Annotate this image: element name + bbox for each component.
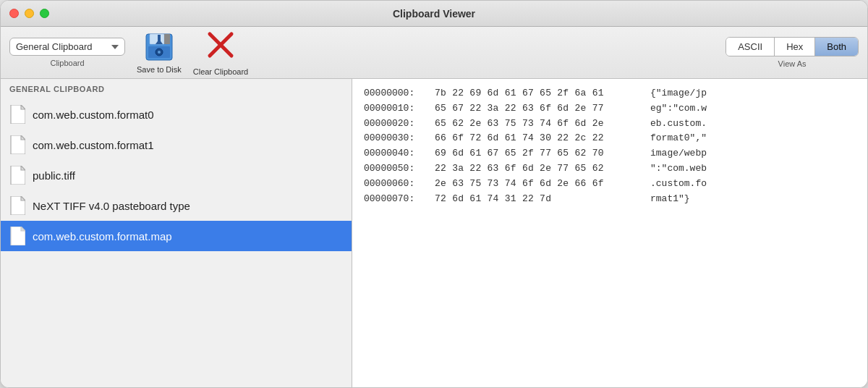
view-as-group: ASCII Hex Both View As bbox=[726, 37, 859, 68]
hex-bytes: 7b 22 69 6d 61 67 65 2f 6a 61 bbox=[435, 86, 644, 101]
file-icon bbox=[9, 135, 25, 154]
hex-addr: 00000060: bbox=[364, 177, 429, 192]
hex-bytes: 69 6d 61 67 65 2f 77 65 62 70 bbox=[435, 146, 644, 161]
titlebar: Clipboard Viewer bbox=[1, 1, 867, 27]
hex-row: 00000000: 7b 22 69 6d 61 67 65 2f 6a 61 … bbox=[364, 86, 856, 101]
hex-row: 00000010: 65 67 22 3a 22 63 6f 6d 2e 77 … bbox=[364, 101, 856, 117]
view-hex-button[interactable]: Hex bbox=[775, 38, 815, 56]
hex-ascii: image/webp bbox=[650, 146, 707, 161]
sidebar: GENERAL CLIPBOARD com.web.custom.format0 bbox=[1, 79, 352, 387]
hex-ascii: {"image/jp bbox=[650, 86, 707, 101]
hex-addr: 00000020: bbox=[364, 117, 429, 132]
sidebar-item-format1[interactable]: com.web.custom.format1 bbox=[1, 130, 352, 160]
file-icon bbox=[9, 105, 25, 124]
view-both-button[interactable]: Both bbox=[815, 38, 858, 56]
svg-rect-2 bbox=[164, 34, 170, 44]
hex-addr: 00000010: bbox=[364, 101, 429, 117]
hex-ascii: .custom.fo bbox=[650, 177, 707, 192]
save-label: Save to Disk bbox=[137, 65, 182, 74]
toolbar: General Clipboard Find Clipboard Clipboa… bbox=[1, 27, 867, 79]
sidebar-item-next-tiff[interactable]: NeXT TIFF v4.0 pasteboard type bbox=[1, 190, 352, 221]
hex-addr: 00000050: bbox=[364, 161, 429, 177]
sidebar-list: com.web.custom.format0 com.web.custom.fo… bbox=[1, 96, 352, 387]
sidebar-item-label: public.tiff bbox=[33, 169, 75, 182]
minimize-button[interactable] bbox=[25, 9, 34, 18]
hex-bytes: 65 67 22 3a 22 63 6f 6d 2e 77 bbox=[435, 101, 644, 117]
clipboard-selector-group: General Clipboard Find Clipboard Clipboa… bbox=[9, 38, 125, 67]
hex-row: 00000060: 2e 63 75 73 74 6f 6d 2e 66 6f … bbox=[364, 177, 856, 192]
hex-row: 00000070: 72 6d 61 74 31 22 7d rmat1"} bbox=[364, 192, 856, 207]
sidebar-item-label: NeXT TIFF v4.0 pasteboard type bbox=[33, 200, 190, 212]
save-to-disk-button[interactable]: Save to Disk bbox=[137, 32, 182, 74]
hex-ascii: eg":"com.w bbox=[650, 101, 707, 117]
sidebar-item-tiff[interactable]: public.tiff bbox=[1, 160, 352, 190]
hex-ascii: eb.custom. bbox=[650, 117, 707, 132]
hex-bytes: 66 6f 72 6d 61 74 30 22 2c 22 bbox=[435, 131, 644, 146]
sidebar-item-format0[interactable]: com.web.custom.format0 bbox=[1, 99, 352, 130]
clear-clipboard-button[interactable]: Clear Clipboard bbox=[193, 30, 248, 76]
hex-bytes: 2e 63 75 73 74 6f 6d 2e 66 6f bbox=[435, 177, 644, 192]
sidebar-item-format-map[interactable]: com.web.custom.format.map bbox=[1, 221, 352, 251]
hex-row: 00000020: 65 62 2e 63 75 73 74 6f 6d 2e … bbox=[364, 117, 856, 132]
file-icon bbox=[9, 166, 25, 185]
view-ascii-button[interactable]: ASCII bbox=[726, 38, 775, 56]
hex-ascii: format0"," bbox=[650, 131, 707, 146]
sidebar-item-label: com.web.custom.format1 bbox=[33, 139, 154, 151]
clear-label: Clear Clipboard bbox=[193, 67, 248, 76]
close-button[interactable] bbox=[9, 9, 19, 18]
hex-addr: 00000040: bbox=[364, 146, 429, 161]
sidebar-section-header: GENERAL CLIPBOARD bbox=[1, 79, 352, 96]
hex-bytes: 65 62 2e 63 75 73 74 6f 6d 2e bbox=[435, 117, 644, 132]
hex-addr: 00000070: bbox=[364, 192, 429, 207]
hex-addr: 00000000: bbox=[364, 86, 429, 101]
sidebar-item-label: com.web.custom.format0 bbox=[33, 109, 154, 121]
hex-row: 00000040: 69 6d 61 67 65 2f 77 65 62 70 … bbox=[364, 146, 856, 161]
view-as-label: View As bbox=[778, 59, 807, 68]
svg-rect-5 bbox=[158, 35, 161, 42]
titlebar-buttons bbox=[9, 9, 49, 18]
view-as-buttons: ASCII Hex Both bbox=[726, 37, 859, 56]
hex-ascii: rmat1"} bbox=[650, 192, 690, 207]
hex-bytes: 22 3a 22 63 6f 6d 2e 77 65 62 bbox=[435, 161, 644, 177]
hex-ascii: ":"com.web bbox=[650, 161, 707, 177]
save-disk-icon bbox=[144, 32, 174, 62]
clear-icon bbox=[205, 30, 236, 64]
clipboard-select[interactable]: General Clipboard Find Clipboard bbox=[9, 38, 125, 56]
hex-bytes: 72 6d 61 74 31 22 7d bbox=[435, 192, 644, 207]
svg-point-7 bbox=[158, 51, 161, 54]
hex-view: 00000000: 7b 22 69 6d 61 67 65 2f 6a 61 … bbox=[352, 79, 867, 387]
window: Clipboard Viewer General Clipboard Find … bbox=[0, 0, 868, 388]
main-content: GENERAL CLIPBOARD com.web.custom.format0 bbox=[1, 79, 867, 387]
maximize-button[interactable] bbox=[40, 9, 49, 18]
clipboard-label: Clipboard bbox=[50, 59, 84, 67]
hex-addr: 00000030: bbox=[364, 131, 429, 146]
file-icon bbox=[9, 227, 25, 245]
hex-row: 00000050: 22 3a 22 63 6f 6d 2e 77 65 62 … bbox=[364, 161, 856, 177]
hex-row: 00000030: 66 6f 72 6d 61 74 30 22 2c 22 … bbox=[364, 131, 856, 146]
sidebar-item-label: com.web.custom.format.map bbox=[33, 230, 172, 242]
window-title: Clipboard Viewer bbox=[393, 8, 475, 20]
file-icon bbox=[9, 196, 25, 215]
